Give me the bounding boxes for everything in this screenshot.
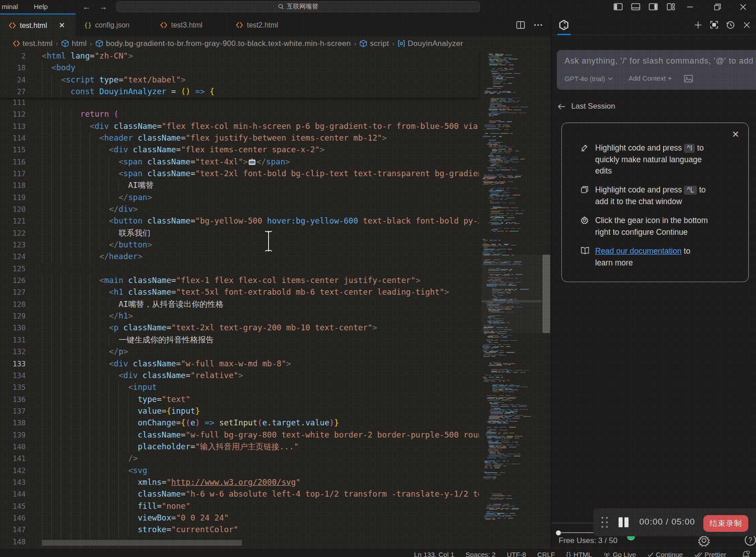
status-continue[interactable]: Continue — [647, 551, 683, 557]
toggle-panel-icon[interactable] — [627, 2, 644, 12]
code-line-144: 144 className="h-6 w-6 absolute left-4 t… — [0, 488, 479, 500]
breadcrumb-item[interactable]: test.html — [13, 39, 53, 48]
more-actions-icon[interactable] — [529, 20, 547, 30]
editor-tab-bar: test.html✕{}config.jsontest3.htmltest2.h… — [0, 14, 551, 37]
kbd-shortcut: ^I — [684, 144, 695, 153]
tab-label: test.html — [20, 22, 47, 30]
status-spaces-2[interactable]: Spaces: 2 — [465, 551, 496, 557]
code-line-129: 129 </h1> — [0, 310, 479, 322]
code-line-24: 24 <script type="text/babel"> — [0, 74, 479, 86]
last-session-link[interactable]: Last Session — [558, 102, 615, 111]
breadcrumb-item[interactable]: html — [61, 39, 87, 48]
toggle-secondary-sidebar-icon[interactable] — [644, 2, 662, 12]
minimap-current-line — [482, 300, 542, 302]
code-line-119: 119 </span> — [0, 192, 479, 203]
chat-input[interactable]: Ask anything, '/' for slash commands, '@… — [557, 50, 756, 90]
arrow-left-icon — [558, 104, 565, 110]
status-html[interactable]: {}HTML — [566, 551, 592, 557]
usage-slider-track — [560, 532, 595, 533]
code-line-123: 123 </button> — [0, 239, 479, 251]
tab-config.json[interactable]: {}config.json — [76, 14, 151, 37]
code-line-27: 27 const DouyinAnalyzer = () => { — [0, 86, 479, 97]
code-line-143: 143 xmlns="http://www.w3.org/2000/svg" — [0, 476, 479, 488]
code-line-139: 139 className="w-full bg-gray-800 text-w… — [0, 429, 479, 441]
tips-close-icon[interactable]: ✕ — [732, 131, 739, 138]
continue-logo-icon[interactable] — [558, 19, 569, 31]
tab-test.html[interactable]: test.html✕ — [0, 14, 76, 37]
breadcrumb-separator: › — [56, 40, 58, 47]
code-line-115: 115 <div className="flex items-center sp… — [0, 144, 479, 155]
continue-panel: Ask anything, '/' for slash commands, '@… — [551, 14, 756, 548]
window-close-button[interactable] — [730, 0, 756, 14]
code-line-114: 114 <header className="flex justify-betw… — [0, 132, 479, 144]
layout-controls — [609, 2, 679, 12]
model-selector[interactable]: GPT-4o (trial) — [565, 75, 605, 82]
notifications-bell-icon[interactable] — [742, 551, 750, 557]
tab-close-icon[interactable]: ✕ — [57, 21, 67, 31]
breadcrumb-item[interactable]: DouyinAnalyzer — [398, 39, 463, 48]
status-utf-8[interactable]: UTF-8 — [507, 551, 526, 557]
toggle-sidebar-icon[interactable] — [609, 2, 627, 12]
stop-recording-button[interactable]: 结束录制 — [703, 515, 748, 532]
menu-help[interactable]: Help — [30, 0, 52, 14]
tip-item: Read our documentation tolearn more — [581, 246, 690, 269]
code-line-2: 2<html lang="zh-CN"> — [0, 50, 479, 62]
menu-terminal[interactable]: minal — [0, 0, 22, 14]
panel-close-icon[interactable] — [742, 20, 751, 30]
drag-handle-icon[interactable] — [601, 517, 608, 528]
split-editor-icon[interactable] — [512, 20, 529, 30]
horizontal-scrollbar[interactable] — [42, 540, 242, 546]
status-crlf[interactable]: CRLF — [537, 551, 555, 557]
code-line-137: 137 value={input} — [0, 405, 479, 417]
breadcrumb-item[interactable]: body.bg-gradient-to-br.from-gray-900.to-… — [96, 39, 351, 48]
pencil-icon — [581, 144, 591, 177]
panel-footer-divider — [551, 523, 593, 523]
minimap-viewport — [482, 255, 551, 333]
status-go-live[interactable]: Go Live — [603, 551, 636, 557]
command-center-search[interactable]: 互联网嘴替 — [116, 1, 480, 12]
history-icon[interactable] — [725, 20, 735, 30]
code-line-126: 126 <main className="flex-1 flex flex-co… — [0, 274, 479, 286]
code-line-131: 131 一键生成你的抖音性格报告 — [0, 334, 479, 346]
breadcrumb: test.html›html›body.bg-gradient-to-br.fr… — [0, 37, 551, 50]
status-bar: Ln 133, Col 1Spaces: 2UTF-8CRLF{}HTMLGo … — [0, 548, 756, 557]
code-line-136: 136 type="text" — [0, 393, 479, 405]
book-icon — [581, 247, 591, 269]
tab-test2.html[interactable]: test2.html — [227, 14, 303, 37]
tip-item: Click the gear icon in the bottomright t… — [581, 215, 708, 238]
title-bar: minal Help ← → 互联网嘴替 — [0, 0, 756, 14]
code-line-146: 146 viewBox="0 0 24 24" — [0, 512, 479, 524]
code-line-118: 118 AI嘴替 — [0, 179, 479, 191]
new-session-icon[interactable] — [693, 20, 703, 30]
settings-gear-icon[interactable] — [698, 534, 710, 547]
code-line-140: 140 placeholder="输入抖音用户主页链接..." — [0, 441, 479, 452]
code-line-111: 111 — [0, 96, 479, 108]
nav-back-icon[interactable]: ← — [81, 1, 92, 13]
status-ln-133-col-1[interactable]: Ln 133, Col 1 — [414, 551, 454, 557]
vscode-window: minal Help ← → 互联网嘴替 test.html✕{}config.… — [0, 0, 756, 557]
documentation-link[interactable]: Read our documentation — [595, 247, 682, 256]
minimize-button[interactable] — [677, 0, 703, 14]
fullscreen-icon[interactable] — [709, 20, 719, 30]
code-line-125: 125 — [0, 263, 479, 274]
robot-emoji — [248, 158, 256, 166]
free-uses-label: Free Uses: 3 / 50 — [559, 536, 617, 545]
code-line-132: 132 </p> — [0, 346, 479, 357]
code-line-145: 145 fill="none" — [0, 500, 479, 512]
code-line-135: 135 <input — [0, 381, 479, 393]
tab-label: config.json — [95, 21, 130, 29]
html-file-icon — [160, 22, 167, 28]
tip-item: Highlight code and press ^I toquickly ma… — [581, 142, 704, 177]
add-context-button[interactable]: Add Context + — [628, 74, 672, 83]
code-editor[interactable]: 111112 return (113 <div className="flex … — [0, 50, 551, 548]
tab-test3.html[interactable]: test3.html — [151, 14, 227, 37]
status-prettier[interactable]: Prettier — [694, 551, 726, 557]
vertical-scrollbar[interactable] — [542, 255, 550, 333]
restore-button[interactable] — [704, 0, 730, 14]
code-line-127: 127 <h1 className="text-5xl font-extrabo… — [0, 286, 479, 298]
code-line-116: 116 <span className="text-4xl"></span> — [0, 156, 479, 168]
nav-forward-icon[interactable]: → — [97, 1, 109, 13]
breadcrumb-item[interactable]: script — [360, 39, 389, 48]
svg-text:{}: {} — [85, 22, 91, 28]
image-icon[interactable] — [684, 75, 693, 82]
